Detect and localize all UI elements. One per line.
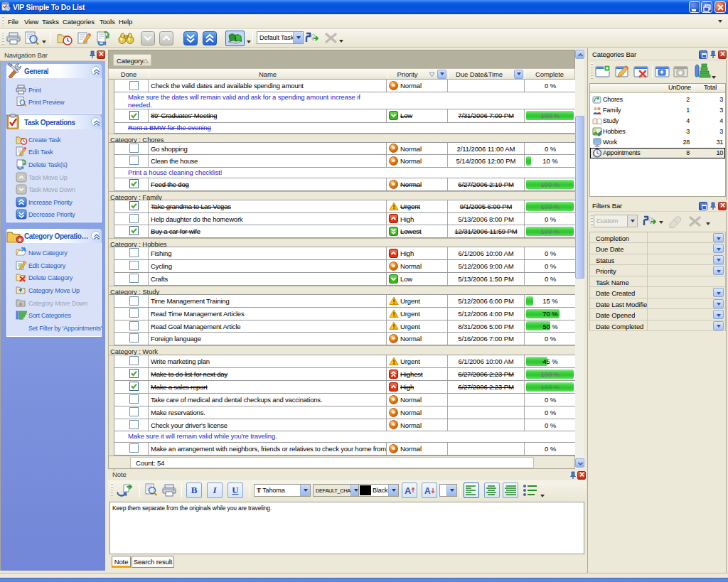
svg-text:A: A xyxy=(424,486,431,496)
svg-text:A: A xyxy=(405,485,412,496)
